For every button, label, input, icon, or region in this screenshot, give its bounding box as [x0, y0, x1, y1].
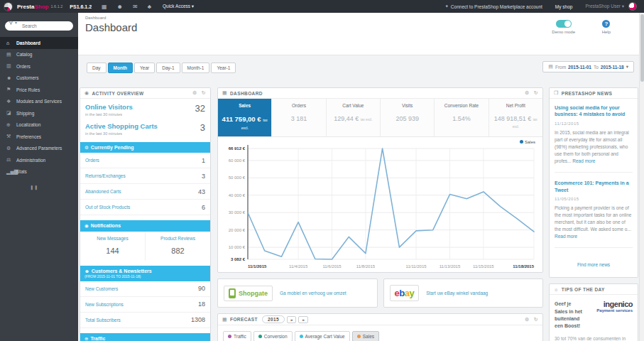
news-panel-title: PRESTASHOP NEWS	[562, 91, 613, 96]
sidebar-item-advanced-parameters[interactable]: ⚙Advanced Parameters	[0, 143, 78, 155]
breadcrumb[interactable]: Dashboard	[85, 16, 106, 20]
help-icon[interactable]: ?	[602, 20, 610, 28]
range-day-button[interactable]: Day	[87, 63, 107, 73]
scrollbar-thumb[interactable]	[640, 14, 644, 82]
date-range-picker[interactable]: ▤ From 2015-11-01 To 2015-11-18 ▾	[542, 61, 634, 72]
forecast-next-button[interactable]: »	[298, 316, 307, 323]
sidebar-item-price-rules[interactable]: ⚑Price Rules	[0, 84, 78, 96]
out-of-stock-link[interactable]: Out of Stock Products	[85, 205, 130, 210]
page-scrollbar[interactable]	[639, 13, 644, 341]
cart-icon[interactable]: ▦	[102, 4, 107, 10]
kpi-value: 129,44 €	[334, 115, 359, 122]
range-month-1-button[interactable]: Month-1	[182, 63, 210, 73]
user-menu[interactable]: PrestaShop User ▾	[585, 4, 624, 9]
read-more-link[interactable]: Read more	[572, 158, 595, 163]
quick-access-menu[interactable]: Quick Access ▾	[163, 4, 194, 9]
avatar[interactable]	[628, 2, 637, 11]
dashboard-icon: ⌂	[6, 40, 16, 45]
sidebar-item-label: Orders	[16, 64, 31, 69]
new-customers-link[interactable]: New Customers	[85, 286, 118, 291]
kpi-net-profit[interactable]: Net Profit 148 918,51 € tax excl.	[489, 99, 542, 136]
sidebar-item-customers[interactable]: ☻Customers	[0, 72, 78, 85]
to-label: To	[594, 65, 599, 70]
gear-icon[interactable]: ⚙	[525, 317, 530, 323]
kpi-label: Conversion Rate	[436, 103, 486, 108]
topbar-right: ✦ Connect to PrestaShop Marketplace acco…	[444, 2, 644, 11]
ebay-banner[interactable]: ebay Start uw eBay winkel vandaag	[383, 278, 544, 308]
gear-icon[interactable]: ⚙	[192, 90, 197, 96]
sales-chart-svg: 3 082 €10 000 €20 000 €30 000 €40 000 €5…	[218, 137, 542, 272]
kpi-orders[interactable]: Orders 3 181	[272, 99, 326, 136]
kpi-cart-value[interactable]: Cart Value 129,44 € tax excl.	[327, 99, 381, 136]
forecast-conversion-toggle[interactable]: Conversion	[253, 331, 293, 341]
shopgate-link[interactable]: Ga mobiel en verhoog uw omzet	[280, 291, 346, 296]
refresh-icon[interactable]: ↻	[534, 90, 538, 96]
shopgate-banner[interactable]: Shopgate Ga mobiel en verhoog uw omzet	[217, 278, 378, 308]
abandoned-carts-value: 43	[198, 188, 205, 195]
svg-text:3 082 €: 3 082 €	[231, 257, 246, 261]
ebay-link[interactable]: Start uw eBay winkel vandaag	[426, 291, 488, 296]
pin-icon[interactable]: ♣	[148, 4, 151, 10]
kpi-note: tax excl.	[361, 118, 373, 121]
dashboard-panel: ▦ DASHBOARD ⚙ ↻ Sales 411 759,00 € tax e…	[217, 87, 543, 273]
sidebar-item-administration[interactable]: ⚖Administration	[0, 154, 78, 166]
gear-icon[interactable]: ⚙	[525, 90, 530, 96]
range-day-1-button[interactable]: Day-1	[156, 63, 180, 73]
kpi-value: 148 918,51 €	[494, 115, 532, 122]
forecast-sales-toggle[interactable]: Sales	[352, 331, 379, 341]
pill-label: Average Cart Value	[305, 334, 345, 339]
sidebar-item-modules[interactable]: ❖Modules and Services	[0, 96, 78, 108]
currently-pending-header: ⚙Currently Pending	[80, 142, 210, 153]
sidebar-item-orders[interactable]: ▥Orders	[0, 60, 78, 72]
sidebar-collapse-button[interactable]: ❚❚	[30, 185, 78, 190]
sidebar-item-label: Catalog	[16, 52, 32, 57]
pending-orders-link[interactable]: Orders	[85, 158, 99, 163]
marketplace-link[interactable]: Connect to PrestaShop Marketplace accoun…	[451, 4, 542, 9]
returns-exchanges-link[interactable]: Returns/Exchanges	[85, 173, 126, 178]
news-panel-header: ❐ PRESTASHOP NEWS	[550, 88, 638, 99]
forecast-prev-button[interactable]: «	[287, 316, 296, 323]
range-month-button[interactable]: Month	[108, 63, 133, 73]
sidebar-item-label: Price Rules	[16, 87, 40, 92]
read-more-link[interactable]: Read more	[555, 234, 577, 239]
forecast-traffic-toggle[interactable]: Traffic	[223, 331, 251, 341]
pill-label: Conversion	[264, 334, 288, 339]
online-visitors-label[interactable]: Online Visitors	[85, 103, 133, 111]
kpi-visits[interactable]: Visits 205 939	[381, 99, 435, 136]
svg-text:20 000 €: 20 000 €	[229, 228, 246, 232]
sidebar-item-dashboard[interactable]: ⌂Dashboard	[0, 37, 78, 49]
sidebar-item-catalog[interactable]: ▤Catalog	[0, 49, 78, 61]
refresh-icon[interactable]: ↻	[202, 90, 206, 96]
chart-legend[interactable]: Sales	[520, 140, 535, 144]
sales-chart: Sales 3 082 €10 000 €20 000 €30 000 €40 …	[218, 137, 542, 272]
forecast-avg-cart-toggle[interactable]: Average Cart Value	[295, 331, 350, 341]
abandoned-carts-link[interactable]: Abandoned Carts	[85, 189, 121, 194]
my-shop-link[interactable]: My shop	[555, 4, 573, 9]
online-visitors-row: Online Visitors in the last 30 minutes 3…	[80, 99, 210, 118]
kpi-conversion-rate[interactable]: Conversion Rate 1.54%	[435, 99, 489, 136]
find-more-news-link[interactable]: Find more news	[555, 255, 633, 271]
news-article-title[interactable]: Using social media for your business: 4 …	[555, 104, 633, 118]
news-article-title[interactable]: Ecommerce 101: Payments in a Tweet	[555, 180, 633, 193]
envelope-icon[interactable]: ✉	[133, 4, 138, 10]
active-carts-label[interactable]: Active Shopping Carts	[85, 122, 158, 130]
new-subscriptions-link[interactable]: New Subscriptions	[85, 302, 124, 307]
sidebar-item-preferences[interactable]: ⚒Preferences	[0, 131, 78, 143]
kpi-sales[interactable]: Sales 411 759,00 € tax excl.	[218, 99, 272, 136]
refresh-icon[interactable]: ↻	[534, 317, 538, 323]
sales-dot-icon	[357, 335, 361, 338]
new-messages-link[interactable]: New Messages	[82, 236, 143, 241]
total-subscribers-link[interactable]: Total Subscribers	[85, 318, 121, 323]
sidebar-item-localization[interactable]: ⊕Localization	[0, 119, 78, 131]
average-cart-dot-icon	[300, 335, 303, 338]
sidebar-item-shipping[interactable]: ◪Shipping	[0, 107, 78, 119]
search-caret-icon[interactable]: ▾	[15, 20, 17, 25]
demo-mode-toggle[interactable]	[556, 20, 572, 28]
advanced-parameters-icon: ⚙	[6, 146, 16, 151]
product-reviews-link[interactable]: Product Reviews	[147, 236, 209, 241]
person-icon[interactable]: ☻	[117, 4, 123, 10]
range-year-button[interactable]: Year	[134, 63, 155, 73]
range-year-1-button[interactable]: Year-1	[211, 63, 236, 73]
sidebar-item-stats[interactable]: ▂▅▇Stats	[0, 166, 78, 178]
news-article-date: 11/05/2015	[555, 197, 633, 201]
